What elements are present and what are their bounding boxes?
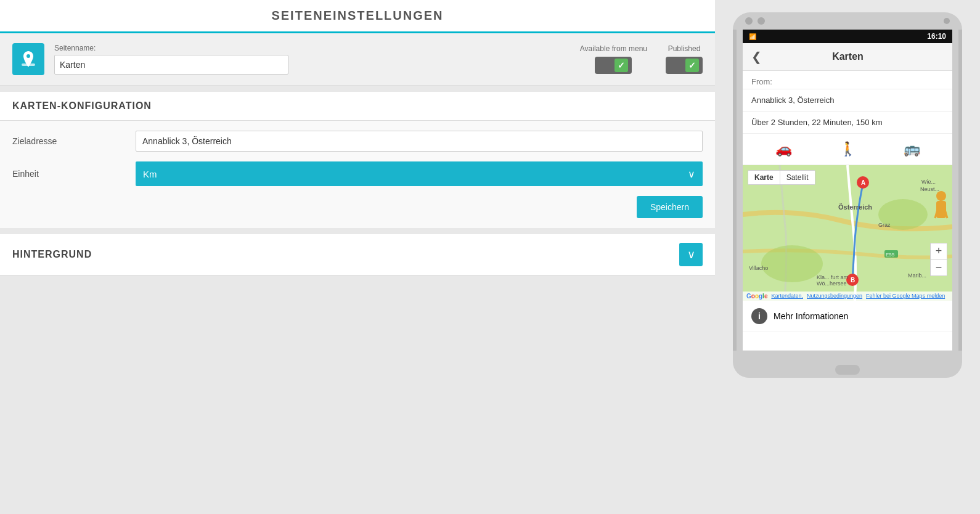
- available-from-menu-toggle-group: Available from menu ✓: [580, 44, 647, 74]
- hintergrund-section: HINTERGRUND ∨: [0, 234, 715, 275]
- hintergrund-expand-button[interactable]: ∨: [679, 243, 703, 266]
- map-tab-satellit[interactable]: Satellit: [780, 171, 815, 184]
- svg-point-19: [936, 191, 946, 201]
- settings-panel: Seitenname: Available from menu ✓ Publis…: [0, 33, 715, 86]
- phone-mockup: 📶 16:10 ❮ Karten From: Annablick 3, Öste…: [733, 12, 962, 378]
- app-title: Karten: [768, 51, 928, 62]
- bus-icon[interactable]: 🚌: [904, 141, 920, 157]
- status-bar: 📶 16:10: [743, 30, 952, 43]
- svg-text:Österreich: Österreich: [838, 203, 872, 211]
- toggles-group: Available from menu ✓ Published ✓: [580, 44, 703, 74]
- svg-text:A: A: [861, 179, 865, 186]
- mehr-info-text: Mehr Informationen: [774, 311, 848, 321]
- phone-bottom-shell: [733, 362, 962, 378]
- empty-row: [743, 332, 952, 351]
- page-title: SEITENEINSTELLUNGEN: [0, 9, 715, 23]
- phone-bottom-inner: [733, 351, 962, 362]
- map-pin-icon: [19, 50, 38, 68]
- fehler-link[interactable]: Fehler bei Google Maps melden: [866, 293, 945, 300]
- svg-text:Wö...hersee: Wö...hersee: [817, 280, 847, 287]
- info-row: i Mehr Informationen: [743, 301, 952, 332]
- map-footer: Google Kartendaten. Nutzungsbedingungen …: [743, 292, 952, 301]
- kartendaten-link[interactable]: Kartendaten.: [771, 293, 803, 300]
- einheit-select[interactable]: Km Miles: [136, 161, 703, 186]
- zoom-out-button[interactable]: −: [931, 259, 947, 275]
- car-icon[interactable]: 🚗: [775, 141, 792, 157]
- einheit-select-wrapper: Km Miles: [136, 161, 703, 186]
- karten-section-body: Zieladresse Einheit Km Miles Speichern: [0, 121, 715, 228]
- zieladresse-label: Zieladresse: [12, 136, 136, 146]
- published-label: Published: [668, 44, 701, 53]
- page-icon: [12, 43, 44, 75]
- left-panel: SEITENEINSTELLUNGEN Seitenname: Availabl…: [0, 0, 715, 514]
- app-content: From: Annablick 3, Österreich Über 2 Stu…: [743, 71, 952, 351]
- nutzungsbedingungen-link[interactable]: Nutzungsbedingungen: [807, 293, 862, 300]
- available-from-menu-toggle[interactable]: ✓: [595, 57, 632, 74]
- svg-rect-0: [22, 63, 35, 66]
- svg-text:Villacho: Villacho: [749, 265, 768, 271]
- right-panel: 📶 16:10 ❮ Karten From: Annablick 3, Öste…: [715, 0, 980, 514]
- phone-camera-icon: [745, 17, 765, 25]
- svg-text:Kla... furt am: Kla... furt am: [817, 274, 848, 280]
- zoom-in-button[interactable]: +: [931, 243, 947, 259]
- svg-point-2: [761, 245, 823, 282]
- einheit-label: Einheit: [12, 169, 136, 179]
- time-display: 16:10: [927, 32, 946, 41]
- published-toggle[interactable]: ✓: [666, 57, 703, 74]
- save-row: Speichern: [12, 196, 703, 218]
- duration-text: Über 2 Stunden, 22 Minuten, 150 km: [743, 112, 952, 134]
- svg-text:Neust...: Neust...: [920, 186, 939, 192]
- map-area: A B Villacho Graz Kla... furt am Wö...he…: [743, 165, 952, 301]
- walk-icon[interactable]: 🚶: [839, 141, 856, 157]
- svg-text:Wie...: Wie...: [921, 179, 936, 185]
- back-button[interactable]: ❮: [751, 49, 762, 64]
- google-logo: Google: [746, 293, 767, 300]
- wifi-icon: 📶: [749, 33, 756, 40]
- svg-text:B: B: [851, 277, 855, 284]
- zoom-controls: + −: [930, 243, 947, 276]
- checkmark-icon: ✓: [685, 59, 699, 72]
- app-header: ❮ Karten: [743, 43, 952, 71]
- hintergrund-title: HINTERGRUND: [12, 249, 92, 260]
- status-left: 📶: [749, 33, 756, 40]
- transport-row: 🚗 🚶 🚌: [743, 134, 952, 165]
- info-icon: i: [751, 308, 767, 324]
- seitenname-field-group: Seitenname:: [54, 44, 288, 75]
- svg-text:Graz: Graz: [878, 222, 891, 228]
- zieladresse-row: Zieladresse: [12, 131, 703, 152]
- karten-section: KARTEN-KONFIGURATION Zieladresse Einheit…: [0, 92, 715, 228]
- page-title-bar: SEITENEINSTELLUNGEN: [0, 0, 715, 33]
- svg-text:Marib...: Marib...: [908, 272, 926, 279]
- status-right: 16:10: [927, 32, 946, 41]
- phone-front-camera: [944, 18, 950, 24]
- karten-section-title: KARTEN-KONFIGURATION: [12, 100, 152, 112]
- phone-home-button[interactable]: [835, 365, 860, 375]
- svg-rect-18: [936, 201, 946, 218]
- einheit-row: Einheit Km Miles: [12, 161, 703, 186]
- svg-text:E55: E55: [886, 252, 895, 258]
- seitenname-label: Seitenname:: [54, 44, 288, 52]
- karten-section-header: KARTEN-KONFIGURATION: [0, 92, 715, 121]
- destination-text: Annablick 3, Österreich: [743, 89, 952, 112]
- hintergrund-section-header: HINTERGRUND ∨: [0, 234, 715, 275]
- save-button[interactable]: Speichern: [637, 196, 703, 218]
- from-label: From:: [743, 71, 952, 89]
- phone-top-shell: [733, 12, 962, 30]
- zieladresse-input[interactable]: [136, 131, 703, 152]
- seitenname-input[interactable]: [54, 55, 288, 75]
- checkmark-icon: ✓: [615, 59, 628, 72]
- map-svg: A B Villacho Graz Kla... furt am Wö...he…: [743, 165, 952, 301]
- available-from-menu-label: Available from menu: [580, 44, 647, 53]
- map-tab-karte[interactable]: Karte: [748, 171, 780, 184]
- map-tabs: Karte Satellit: [748, 170, 815, 185]
- published-toggle-group: Published ✓: [666, 44, 703, 74]
- phone-body: 📶 16:10 ❮ Karten From: Annablick 3, Öste…: [733, 30, 962, 351]
